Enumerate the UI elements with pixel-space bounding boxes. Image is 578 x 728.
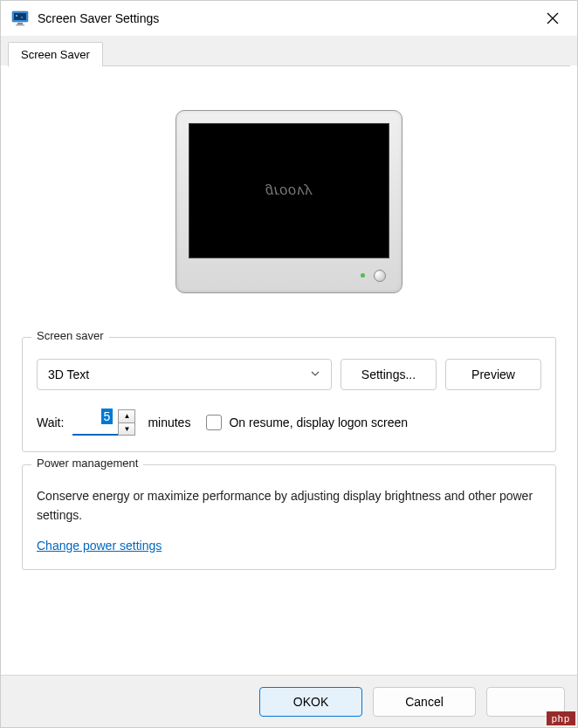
wait-value: 5 xyxy=(101,409,114,424)
power-legend: Power management xyxy=(31,457,143,470)
power-description: Conserve energy or maximize performance … xyxy=(37,486,541,525)
close-icon xyxy=(547,12,559,24)
monitor-led xyxy=(361,273,365,278)
svg-rect-3 xyxy=(16,24,24,26)
screensaver-select-value: 3D Text xyxy=(48,367,89,381)
wait-spinner[interactable]: 5 ▲ ▼ xyxy=(72,409,135,436)
chevron-down-icon xyxy=(310,367,320,381)
svg-point-4 xyxy=(16,15,17,17)
change-power-settings-link[interactable]: Change power settings xyxy=(37,539,162,553)
ok-button[interactable]: OKOK xyxy=(259,687,362,717)
on-resume-checkbox[interactable] xyxy=(206,415,222,430)
on-resume-checkbox-wrap: On resume, display logon screen xyxy=(206,415,408,430)
screensaver-icon xyxy=(11,10,29,26)
wait-label: Wait: xyxy=(37,416,64,429)
svg-rect-1 xyxy=(14,13,26,20)
screensaver-select[interactable]: 3D Text xyxy=(37,359,332,390)
spinner-buttons: ▲ ▼ xyxy=(118,409,135,436)
tab-strip: Screen Saver xyxy=(1,36,577,65)
content-area: groovy Screen saver 3D Text Settings... … xyxy=(8,65,570,675)
preview-monitor: groovy xyxy=(175,110,403,302)
monitor-body: groovy xyxy=(175,110,403,293)
monitor-power-button xyxy=(374,270,386,282)
settings-button[interactable]: Settings... xyxy=(341,359,437,390)
preview-button[interactable]: Preview xyxy=(445,359,541,390)
spinner-up-button[interactable]: ▲ xyxy=(119,410,134,423)
svg-rect-2 xyxy=(17,23,23,24)
tab-screensaver[interactable]: Screen Saver xyxy=(8,42,103,66)
close-button[interactable] xyxy=(539,4,567,32)
power-fieldset: Power management Conserve energy or maxi… xyxy=(22,464,556,570)
dialog-footer: OKOK Cancel Apply php xyxy=(1,675,577,727)
on-resume-label: On resume, display logon screen xyxy=(229,416,408,429)
spinner-down-button[interactable]: ▼ xyxy=(119,423,134,436)
preview-area: groovy xyxy=(22,84,556,337)
svg-point-5 xyxy=(21,17,23,18)
minutes-label: minutes xyxy=(148,416,190,429)
cancel-button[interactable]: Cancel xyxy=(373,687,476,717)
watermark: php xyxy=(547,711,575,725)
monitor-screen: groovy xyxy=(189,123,389,258)
titlebar: Screen Saver Settings xyxy=(1,1,577,36)
screensaver-legend: Screen saver xyxy=(31,329,109,342)
wait-input[interactable]: 5 xyxy=(72,409,118,436)
preview-text: groovy xyxy=(265,183,313,199)
window-title: Screen Saver Settings xyxy=(38,11,539,25)
screensaver-fieldset: Screen saver 3D Text Settings... Preview… xyxy=(22,337,556,452)
screensaver-settings-window: Screen Saver Settings Screen Saver groov… xyxy=(0,0,578,728)
